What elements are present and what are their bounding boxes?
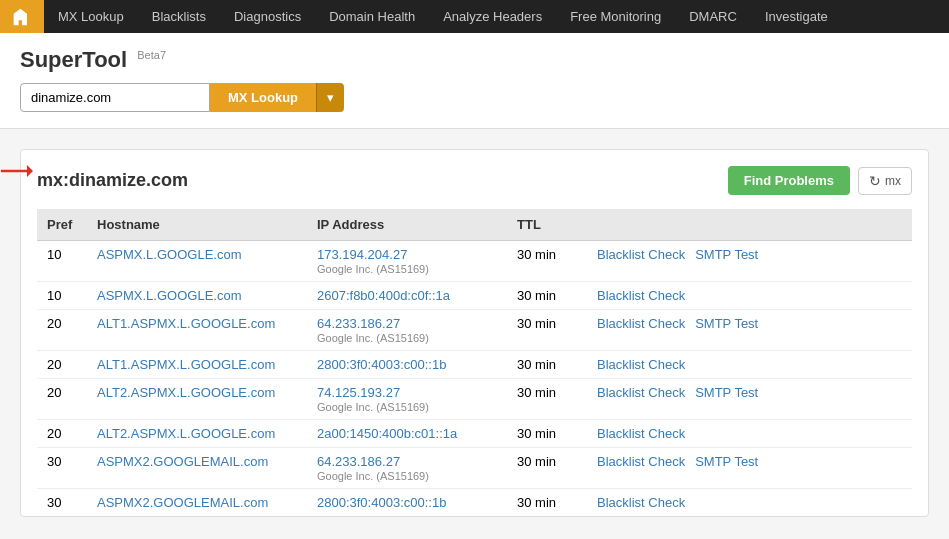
blacklist-check-link[interactable]: Blacklist Check bbox=[597, 247, 685, 262]
col-actions bbox=[587, 209, 912, 241]
cell-ip: 2800:3f0:4003:c00::1b bbox=[307, 489, 507, 517]
mx-results-table: Pref Hostname IP Address TTL 10ASPMX.L.G… bbox=[37, 209, 912, 516]
hostname-link[interactable]: ALT2.ASPMX.L.GOOGLE.com bbox=[97, 426, 275, 441]
cell-actions: Blacklist CheckSMTP Test bbox=[587, 448, 912, 489]
cell-actions: Blacklist Check bbox=[587, 351, 912, 379]
blacklist-check-link[interactable]: Blacklist Check bbox=[597, 454, 685, 469]
cell-actions: Blacklist CheckSMTP Test bbox=[587, 310, 912, 351]
cell-pref: 20 bbox=[37, 379, 87, 420]
search-row: MX Lookup ▾ bbox=[20, 83, 929, 112]
cell-hostname: ALT1.ASPMX.L.GOOGLE.com bbox=[87, 310, 307, 351]
cell-ttl: 30 min bbox=[507, 420, 587, 448]
domain-input[interactable] bbox=[20, 83, 210, 112]
col-hostname: Hostname bbox=[87, 209, 307, 241]
ip-link[interactable]: 2800:3f0:4003:c00::1b bbox=[317, 495, 446, 510]
ip-link[interactable]: 2800:3f0:4003:c00::1b bbox=[317, 357, 446, 372]
hostname-link[interactable]: ALT1.ASPMX.L.GOOGLE.com bbox=[97, 357, 275, 372]
col-ip: IP Address bbox=[307, 209, 507, 241]
cell-pref: 20 bbox=[37, 351, 87, 379]
find-problems-button[interactable]: Find Problems bbox=[728, 166, 850, 195]
hostname-link[interactable]: ASPMX2.GOOGLEMAIL.com bbox=[97, 454, 268, 469]
cell-actions: Blacklist Check bbox=[587, 420, 912, 448]
refresh-label: mx bbox=[885, 174, 901, 188]
table-row: 20ALT1.ASPMX.L.GOOGLE.com64.233.186.27Go… bbox=[37, 310, 912, 351]
table-row: 10ASPMX.L.GOOGLE.com173.194.204.27Google… bbox=[37, 241, 912, 282]
nav-free-monitoring[interactable]: Free Monitoring bbox=[556, 0, 675, 33]
cell-pref: 20 bbox=[37, 420, 87, 448]
blacklist-check-link[interactable]: Blacklist Check bbox=[597, 288, 685, 303]
hostname-link[interactable]: ALT1.ASPMX.L.GOOGLE.com bbox=[97, 316, 275, 331]
cell-pref: 30 bbox=[37, 448, 87, 489]
table-row: 10ASPMX.L.GOOGLE.com2607:f8b0:400d:c0f::… bbox=[37, 282, 912, 310]
ip-link[interactable]: 2a00:1450:400b:c01::1a bbox=[317, 426, 457, 441]
red-arrow-icon bbox=[0, 160, 33, 182]
mx-lookup-button[interactable]: MX Lookup bbox=[210, 83, 316, 112]
smtp-test-link[interactable]: SMTP Test bbox=[695, 385, 758, 400]
result-title: mx:dinamize.com bbox=[37, 170, 188, 190]
cell-ttl: 30 min bbox=[507, 379, 587, 420]
chevron-down-icon: ▾ bbox=[327, 90, 334, 105]
cell-ttl: 30 min bbox=[507, 448, 587, 489]
nav-dmarc[interactable]: DMARC bbox=[675, 0, 751, 33]
cell-ip: 2800:3f0:4003:c00::1b bbox=[307, 351, 507, 379]
blacklist-check-link[interactable]: Blacklist Check bbox=[597, 426, 685, 441]
table-header-row: Pref Hostname IP Address TTL bbox=[37, 209, 912, 241]
table-row: 30ASPMX2.GOOGLEMAIL.com64.233.186.27Goog… bbox=[37, 448, 912, 489]
result-box: mx:dinamize.com Find Problems ↻ mx Pref … bbox=[20, 149, 929, 517]
hostname-link[interactable]: ALT2.ASPMX.L.GOOGLE.com bbox=[97, 385, 275, 400]
cell-hostname: ASPMX2.GOOGLEMAIL.com bbox=[87, 448, 307, 489]
refresh-icon: ↻ bbox=[869, 173, 881, 189]
cell-pref: 30 bbox=[37, 489, 87, 517]
nav-analyze-headers[interactable]: Analyze Headers bbox=[429, 0, 556, 33]
cell-ip: 64.233.186.27Google Inc. (AS15169) bbox=[307, 448, 507, 489]
ip-link[interactable]: 2607:f8b0:400d:c0f::1a bbox=[317, 288, 450, 303]
table-row: 30ASPMX2.GOOGLEMAIL.com2800:3f0:4003:c00… bbox=[37, 489, 912, 517]
cell-ip: 173.194.204.27Google Inc. (AS15169) bbox=[307, 241, 507, 282]
mx-lookup-dropdown-button[interactable]: ▾ bbox=[316, 83, 344, 112]
cell-ip: 2a00:1450:400b:c01::1a bbox=[307, 420, 507, 448]
cell-actions: Blacklist CheckSMTP Test bbox=[587, 241, 912, 282]
ip-link[interactable]: 74.125.193.27 bbox=[317, 385, 400, 400]
table-row: 20ALT1.ASPMX.L.GOOGLE.com2800:3f0:4003:c… bbox=[37, 351, 912, 379]
cell-actions: Blacklist Check bbox=[587, 282, 912, 310]
ip-sub-text: Google Inc. (AS15169) bbox=[317, 401, 497, 413]
nav-investigate[interactable]: Investigate bbox=[751, 0, 842, 33]
blacklist-check-link[interactable]: Blacklist Check bbox=[597, 316, 685, 331]
cell-ttl: 30 min bbox=[507, 282, 587, 310]
nav-mx-lookup[interactable]: MX Lookup bbox=[44, 0, 138, 33]
blacklist-check-link[interactable]: Blacklist Check bbox=[597, 357, 685, 372]
svg-marker-1 bbox=[27, 165, 33, 177]
cell-hostname: ALT2.ASPMX.L.GOOGLE.com bbox=[87, 420, 307, 448]
ip-link[interactable]: 64.233.186.27 bbox=[317, 316, 400, 331]
nav-diagnostics[interactable]: Diagnostics bbox=[220, 0, 315, 33]
refresh-mx-button[interactable]: ↻ mx bbox=[858, 167, 912, 195]
cell-hostname: ALT2.ASPMX.L.GOOGLE.com bbox=[87, 379, 307, 420]
smtp-test-link[interactable]: SMTP Test bbox=[695, 247, 758, 262]
nav-blacklists[interactable]: Blacklists bbox=[138, 0, 220, 33]
cell-hostname: ALT1.ASPMX.L.GOOGLE.com bbox=[87, 351, 307, 379]
blacklist-check-link[interactable]: Blacklist Check bbox=[597, 385, 685, 400]
logo[interactable] bbox=[0, 0, 44, 33]
nav-domain-health[interactable]: Domain Health bbox=[315, 0, 429, 33]
cell-pref: 10 bbox=[37, 282, 87, 310]
col-pref: Pref bbox=[37, 209, 87, 241]
cell-ip: 2607:f8b0:400d:c0f::1a bbox=[307, 282, 507, 310]
cell-pref: 20 bbox=[37, 310, 87, 351]
cell-ttl: 30 min bbox=[507, 489, 587, 517]
cell-ttl: 30 min bbox=[507, 351, 587, 379]
ip-sub-text: Google Inc. (AS15169) bbox=[317, 263, 497, 275]
ip-link[interactable]: 64.233.186.27 bbox=[317, 454, 400, 469]
main-content: mx:dinamize.com Find Problems ↻ mx Pref … bbox=[0, 129, 949, 537]
smtp-test-link[interactable]: SMTP Test bbox=[695, 454, 758, 469]
blacklist-check-link[interactable]: Blacklist Check bbox=[597, 495, 685, 510]
cell-actions: Blacklist CheckSMTP Test bbox=[587, 379, 912, 420]
table-row: 20ALT2.ASPMX.L.GOOGLE.com2a00:1450:400b:… bbox=[37, 420, 912, 448]
hostname-link[interactable]: ASPMX2.GOOGLEMAIL.com bbox=[97, 495, 268, 510]
cell-ip: 74.125.193.27Google Inc. (AS15169) bbox=[307, 379, 507, 420]
hostname-link[interactable]: ASPMX.L.GOOGLE.com bbox=[97, 288, 242, 303]
page-title: SuperTool Beta7 bbox=[20, 47, 929, 73]
ip-link[interactable]: 173.194.204.27 bbox=[317, 247, 407, 262]
smtp-test-link[interactable]: SMTP Test bbox=[695, 316, 758, 331]
hostname-link[interactable]: ASPMX.L.GOOGLE.com bbox=[97, 247, 242, 262]
title-container: mx:dinamize.com bbox=[37, 170, 188, 191]
